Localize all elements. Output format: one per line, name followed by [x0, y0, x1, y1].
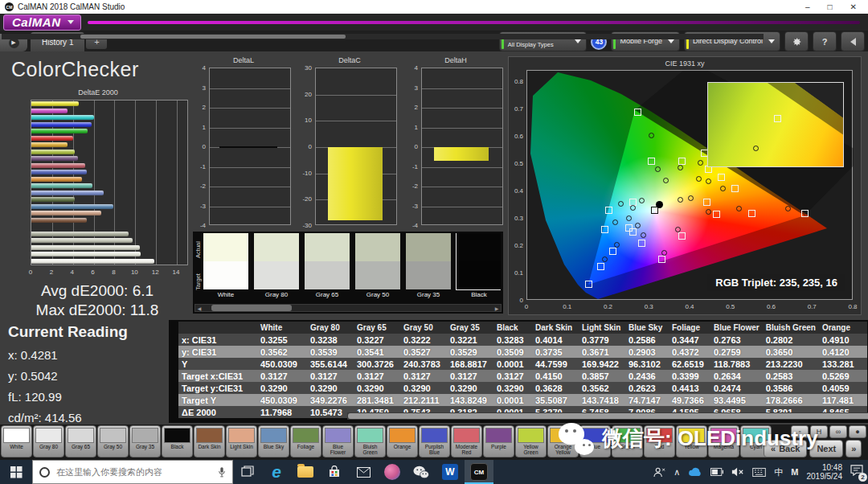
battery-icon[interactable]	[710, 468, 723, 476]
patch-button[interactable]: Blue	[579, 425, 611, 457]
table-row: Y450.0309355.6144300.3726240.3783168.881…	[178, 358, 867, 370]
tool-button[interactable]: H	[810, 425, 828, 438]
patch-button[interactable]: Blue Sky	[258, 425, 289, 457]
compare-swatch: Gray 50	[355, 233, 400, 298]
table-cell: 0.4372	[669, 346, 710, 358]
tick-label: 0.6	[767, 303, 776, 310]
task-view-button[interactable]	[233, 460, 262, 484]
patch-button[interactable]: Bluish Green	[354, 425, 386, 457]
tool-button[interactable]: ∞	[829, 425, 847, 438]
patch-button[interactable]: Magenta	[708, 425, 739, 457]
patch-button[interactable]: Orange	[387, 425, 418, 457]
table-cell: 0.2903	[625, 346, 669, 358]
scroll-left-icon[interactable]: ◀	[195, 305, 203, 311]
patch-button[interactable]: Yellow Green	[515, 425, 547, 457]
search-input[interactable]	[56, 467, 211, 477]
scrollbar-thumb[interactable]	[348, 413, 868, 419]
patch-label: Gray 65	[68, 444, 94, 449]
delta-plot	[421, 68, 503, 225]
taskbar-search[interactable]	[32, 460, 233, 484]
volume-muted-icon[interactable]	[731, 467, 744, 477]
chevron-left-icon: «	[771, 444, 776, 453]
patch-button[interactable]: Blue Flower	[322, 425, 354, 457]
help-button[interactable]: ?	[813, 31, 837, 51]
patch-button[interactable]: Purple	[483, 425, 514, 457]
target-square	[801, 210, 809, 217]
notification-center-button[interactable]: 2	[850, 465, 863, 479]
target-color	[305, 261, 350, 289]
patch-color	[710, 428, 737, 443]
store-button[interactable]	[320, 460, 349, 484]
row-label: x: CIE31	[178, 334, 257, 346]
patch-button[interactable]: Gray 65	[65, 425, 96, 457]
patch-button[interactable]: Dark Skin	[194, 425, 225, 457]
scrollbar-thumb[interactable]	[211, 305, 292, 311]
pink-app-button[interactable]	[378, 460, 407, 484]
patch-color	[582, 428, 608, 443]
deltae-bar	[31, 238, 133, 243]
patch-button[interactable]: Green	[612, 425, 643, 457]
people-icon[interactable]	[653, 467, 665, 478]
collapse-panel-button[interactable]	[841, 31, 865, 51]
calman-logo-text: CalMAN	[12, 15, 61, 29]
patch-button[interactable]: Black	[162, 425, 193, 457]
edge-button[interactable]: e	[262, 460, 291, 484]
patch-button[interactable]: Gray 35	[129, 425, 161, 457]
calman-taskbar-button[interactable]: CM	[465, 460, 493, 484]
compare-scrollbar[interactable]: ◀ ▶	[194, 304, 502, 312]
scrollbar-thumb[interactable]	[80, 35, 346, 39]
measured-circle	[698, 160, 703, 166]
patch-button[interactable]: Foliage	[290, 425, 321, 457]
tool-button[interactable]: ▫	[791, 425, 809, 438]
table-cell: 0.3227	[354, 334, 400, 346]
m-tray-icon[interactable]: M	[791, 467, 798, 477]
strip-scrollbar[interactable]	[2, 34, 764, 39]
delta-bar	[434, 147, 489, 161]
scroll-right-icon[interactable]: ▶	[493, 305, 501, 311]
strip-controls: ▫H∞● «Back Next »	[764, 425, 866, 459]
patch-button[interactable]: Gray 80	[33, 425, 64, 457]
table-cell: 178.2666	[763, 394, 819, 406]
target-color	[254, 261, 299, 289]
patch-button[interactable]: Gray 50	[97, 425, 129, 457]
keyboard-icon[interactable]	[752, 468, 766, 477]
tick-label: 2	[193, 104, 206, 111]
target-square	[634, 109, 641, 116]
ime-indicator[interactable]: 中	[774, 466, 783, 478]
tool-button[interactable]: ●	[849, 425, 866, 438]
next-button[interactable]: Next	[809, 440, 843, 457]
tray-expand-chevron[interactable]: ∧	[674, 467, 680, 478]
wechat-button[interactable]	[407, 460, 436, 484]
patch-button[interactable]: White	[1, 425, 32, 457]
taskbar-clock[interactable]: 10:48 2019/5/24	[807, 463, 843, 481]
word-button[interactable]: W	[436, 460, 465, 484]
system-tray: ∧ 中 M 10:48 2019/5/24 2	[653, 463, 868, 481]
patch-label: Bluish Green	[357, 444, 383, 455]
start-button[interactable]	[0, 460, 32, 484]
back-button[interactable]: «Back	[764, 440, 807, 457]
file-explorer-button[interactable]	[291, 460, 320, 484]
word-icon: W	[442, 464, 458, 480]
patch-button[interactable]: Orange Yellow	[547, 425, 579, 457]
column-header: White	[257, 322, 307, 334]
minimize-button[interactable]: –	[805, 2, 810, 11]
settings-button[interactable]	[784, 31, 809, 51]
row-label: Y	[178, 358, 257, 370]
mail-button[interactable]	[349, 460, 378, 484]
table-scrollbar[interactable]: ▶	[347, 412, 868, 420]
task-view-icon	[241, 466, 254, 478]
patch-button[interactable]: Light Skin	[226, 425, 257, 457]
table-cell: 349.2276	[307, 394, 354, 406]
advance-button[interactable]: »	[845, 440, 862, 457]
patch-button[interactable]: Moderate Red	[451, 425, 482, 457]
patch-button[interactable]: Red	[644, 425, 675, 457]
close-button[interactable]: ✕	[850, 2, 857, 11]
patch-button[interactable]: Yellow	[676, 425, 707, 457]
calman-menu-button[interactable]: CalMAN	[3, 14, 81, 31]
patch-button[interactable]: Purplish Blue	[419, 425, 450, 457]
maximize-button[interactable]: □	[828, 2, 833, 11]
onedrive-cloud-icon[interactable]	[688, 467, 702, 477]
patch-color	[614, 428, 641, 443]
patch-label: Orange	[389, 444, 416, 449]
accent-line	[88, 21, 860, 24]
